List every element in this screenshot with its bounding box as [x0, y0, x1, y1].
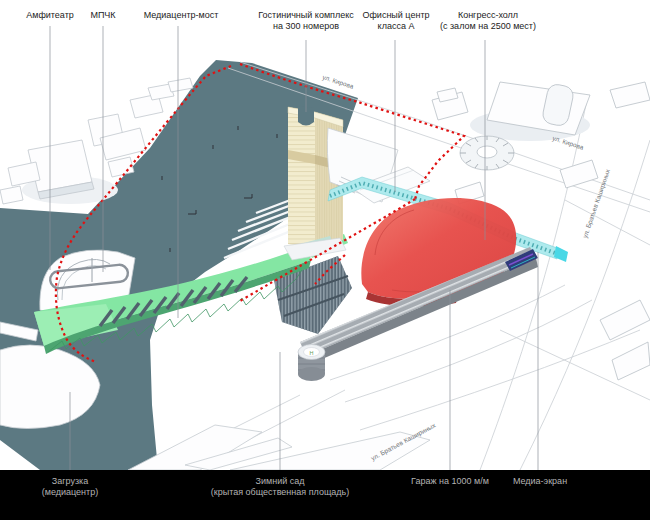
- helipad-tower: H: [298, 345, 325, 382]
- callout-media-bridge: Медиацентр-мост: [144, 10, 219, 21]
- round-building: [460, 136, 514, 170]
- callout-garage: Гараж на 1000 м/м: [411, 476, 489, 487]
- callout-winter-garden: Зимний сад(крытая общественная площадь): [211, 476, 350, 498]
- callout-office: Офисный центркласса А: [362, 10, 429, 32]
- helipad-h-icon: H: [310, 350, 314, 356]
- callout-congress-hall: Конгресс-холл(с залом на 2500 мест): [440, 10, 536, 32]
- walkway-endcap: [554, 246, 568, 262]
- callout-hotel: Гостиничный комплексна 300 номеров: [258, 10, 353, 32]
- site-plan-diagram: H Амфитеатр МПЧК Медиаце: [0, 0, 650, 520]
- callout-loading-dock: Загрузка(медиацентр): [42, 476, 98, 498]
- callout-media-screen: Медиа-экран: [513, 476, 567, 487]
- callout-mpchk: МПЧК: [90, 10, 115, 21]
- callout-amphitheater: Амфитеатр: [26, 10, 74, 21]
